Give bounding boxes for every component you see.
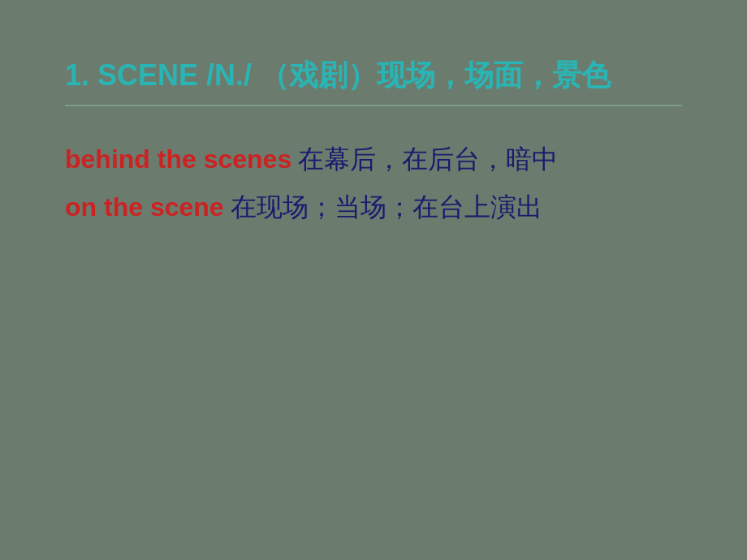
slide-title: 1. SCENE /N./ （戏剧）现场，场面，景色 — [65, 57, 682, 95]
title-english: 1. SCENE /N./ — [65, 58, 252, 92]
title-block: 1. SCENE /N./ （戏剧）现场，场面，景色 — [65, 57, 682, 106]
phrase-line-2: on the scene 在现场；当场；在台上演出 — [65, 187, 682, 228]
phrase-chinese-1: 在幕后，在后台，暗中 — [298, 139, 558, 180]
phrase-line-1: behind the scenes 在幕后，在后台，暗中 — [65, 139, 682, 180]
slide: 1. SCENE /N./ （戏剧）现场，场面，景色 behind the sc… — [16, 16, 731, 544]
title-chinese: （戏剧）现场，场面，景色 — [260, 58, 611, 92]
phrase-english-2: on the scene — [65, 187, 224, 228]
phrase-chinese-2: 在现场；当场；在台上演出 — [231, 187, 542, 228]
phrase-english-1: behind the scenes — [65, 139, 291, 180]
content-block: behind the scenes 在幕后，在后台，暗中 on the scen… — [65, 139, 682, 228]
